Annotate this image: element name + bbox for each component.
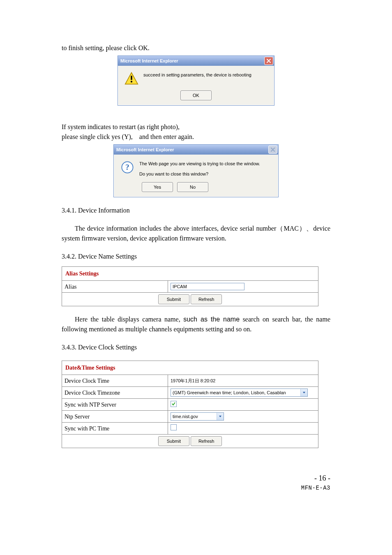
- svg-point-2: [131, 81, 132, 83]
- datetime-settings-table: Date&Time Settings Device Clock Time 197…: [62, 361, 318, 448]
- no-button[interactable]: No: [177, 182, 208, 192]
- svg-text:?: ?: [125, 163, 129, 171]
- sync-pc-checkbox[interactable]: [171, 424, 177, 430]
- table-row: Ntp Server time.nist.gov: [62, 411, 318, 423]
- submit-button[interactable]: Submit: [158, 436, 189, 446]
- page-number: - 16 -: [62, 473, 330, 484]
- table-row: Device Clock Time 1970年1月1日 8:20:02: [62, 375, 318, 387]
- device-clock-time-label: Device Clock Time: [62, 375, 168, 387]
- sync-ntp-checkbox[interactable]: [171, 401, 177, 407]
- chevron-down-icon: [217, 413, 224, 420]
- table-row: Sync with NTP Server: [62, 399, 318, 411]
- doc-tag: MFN-E-A3: [62, 484, 330, 493]
- device-clock-timezone-value: (GMT) Greenwich mean time; London, Lisbo…: [168, 387, 318, 399]
- table-row: Sync with PC Time: [62, 423, 318, 435]
- sync-pc-label: Sync with PC Time: [62, 423, 168, 435]
- alias-value-cell: [168, 281, 318, 293]
- section-heading-3-4-2: 3.4.2. Device Name Settings: [62, 252, 330, 261]
- ok-button[interactable]: OK: [180, 90, 212, 100]
- ntp-server-label: Ntp Server: [62, 411, 168, 423]
- dialog-rebooting: Microsoft Internet Explorer succeed in s…: [118, 56, 274, 106]
- intro-line-3: please single click yes (Y), and then en…: [62, 132, 330, 142]
- section-heading-3-4-3: 3.4.3. Device Clock Settings: [62, 342, 330, 352]
- section-heading-3-4-1: 3.4.1. Device Information: [62, 206, 330, 215]
- table-row: Device Clock Timezone (GMT) Greenwich me…: [62, 387, 318, 399]
- yes-button[interactable]: Yes: [142, 182, 173, 192]
- dialog-message: The Web page you are viewing is trying t…: [139, 160, 260, 177]
- ntp-server-select[interactable]: time.nist.gov: [171, 412, 224, 421]
- dialog-title: Microsoft Internet Explorer: [116, 146, 174, 153]
- intro-line-2: If system indicates to restart (as right…: [62, 122, 330, 132]
- svg-rect-1: [131, 76, 132, 80]
- device-clock-time-value: 1970年1月1日 8:20:02: [168, 375, 318, 387]
- table-title: Date&Time Settings: [62, 361, 318, 375]
- warning-icon: [125, 72, 138, 86]
- device-clock-timezone-label: Device Clock Timezone: [62, 387, 168, 399]
- timezone-select[interactable]: (GMT) Greenwich mean time; London, Lisbo…: [171, 388, 308, 397]
- section-body-3-4-1: The device information includes the abov…: [62, 224, 330, 243]
- intro-line-1: to finish setting, please click OK.: [62, 43, 330, 53]
- refresh-button[interactable]: Refresh: [191, 436, 222, 446]
- question-icon: ?: [120, 160, 134, 174]
- sync-pc-value: [168, 423, 318, 435]
- table-buttons: Submit Refresh: [62, 293, 318, 306]
- dialog-title: Microsoft Internet Explorer: [120, 58, 178, 65]
- alias-settings-table: Alias Settings Alias Submit Refresh: [62, 266, 318, 306]
- chevron-down-icon: [300, 389, 307, 396]
- table-title: Alias Settings: [62, 267, 318, 281]
- alias-input[interactable]: [171, 283, 244, 290]
- dialog-close-window: Microsoft Internet Explorer ? The Web pa…: [113, 144, 279, 197]
- sync-ntp-label: Sync with NTP Server: [62, 399, 168, 411]
- submit-button[interactable]: Submit: [158, 294, 189, 304]
- sync-ntp-value: [168, 399, 318, 411]
- table-buttons: Submit Refresh: [62, 435, 318, 448]
- alias-label: Alias: [62, 281, 168, 293]
- ntp-server-value: time.nist.gov: [168, 411, 318, 423]
- refresh-button[interactable]: Refresh: [191, 294, 222, 304]
- close-icon[interactable]: [264, 57, 273, 65]
- close-icon: [268, 146, 277, 154]
- dialog-message: succeed in setting parameters, the devic…: [143, 72, 251, 79]
- section-body-3-4-2: Here the table displays camera name, suc…: [62, 314, 330, 334]
- table-row: Alias: [62, 281, 318, 293]
